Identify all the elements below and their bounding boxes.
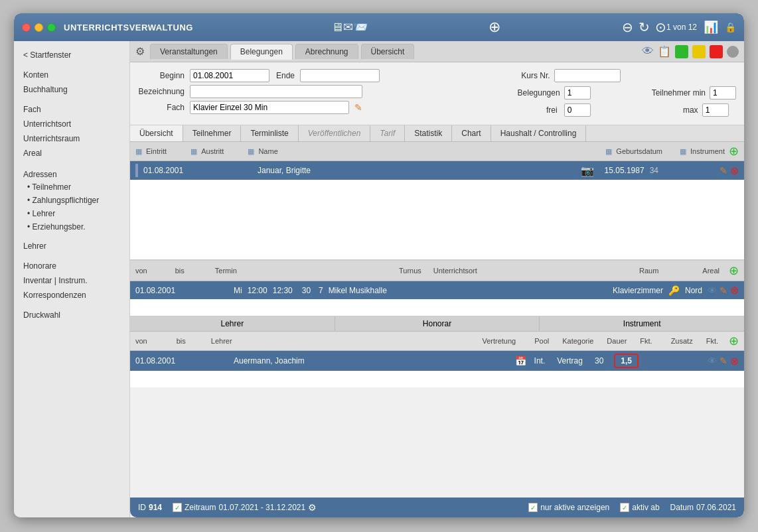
mail-icon[interactable]: ✉ [343,20,353,34]
minimize-button[interactable] [35,23,43,32]
sidebar-item-buchhaltung[interactable]: Buchhaltung [14,82,129,97]
tab-veranstaltungen[interactable]: Veranstaltungen [150,44,228,59]
th-termin: Termin [215,267,237,275]
add-appointment-button[interactable]: ⊕ [729,263,739,278]
sidebar-item-startfenster[interactable]: < Startfenster [14,48,129,62]
sub-tab-veroeffentlichen[interactable]: Veröffentlichen [299,125,371,141]
th-areal: Areal [702,267,720,275]
edit-participant-icon[interactable]: ✎ [720,165,727,176]
sidebar-item-unterrichtsraum[interactable]: Unterrichtsraum [14,131,129,146]
th-t-zusatz: Zusatz [671,337,693,345]
delete-appointment-icon[interactable]: ⊗ [730,284,739,297]
sub-tab-haushalt[interactable]: Haushalt / Controlling [491,125,587,141]
aktiv-ab-checkbox[interactable]: ✓ [620,503,629,512]
th-raum: Raum [639,267,658,275]
sub-tab-statistik[interactable]: Statistik [405,125,452,141]
ende-input[interactable] [300,69,380,82]
sidebar-item-zahlungspflichtiger[interactable]: • Zahlungspflichtiger [14,194,129,207]
nur-aktive-checkbox[interactable]: ✓ [528,503,538,512]
delete-participant-icon[interactable]: ⊗ [730,165,739,177]
teacher-actions: 👁 ✎ ⊗ [708,355,739,367]
kursnr-input[interactable] [554,69,621,82]
view-teacher-icon[interactable]: 👁 [708,356,717,366]
th-eintritt: Eintritt [146,147,167,155]
raum-icon: 🔑 [668,285,680,296]
delete-teacher-icon[interactable]: ⊗ [730,355,739,367]
th-t-pool: Pool [534,337,549,345]
sort-name-icon[interactable]: ▦ [248,147,254,156]
fach-edit-icon[interactable]: ✎ [354,102,362,113]
add-button[interactable]: ⊕ [489,19,500,36]
status-red [710,45,723,58]
teacher-empty [130,371,744,387]
fach-input[interactable] [190,101,349,114]
sub-tab-uebersicht[interactable]: Übersicht [130,125,183,141]
edit-teacher-icon[interactable]: ✎ [720,356,727,366]
view-appointment-icon[interactable]: 👁 [708,285,717,296]
sidebar-item-areal[interactable]: Areal [14,146,129,161]
main-content: ▦ Eintritt ▦ Austritt ▦ Name ▦ Geburtsda… [130,142,744,498]
note-icon[interactable]: 📋 [658,45,671,58]
close-button[interactable] [22,23,31,32]
statusbar-datum: Datum 07.06.2021 [670,503,736,512]
add-participant-button[interactable]: ⊕ [729,144,739,159]
maximize-button[interactable] [47,23,56,32]
beginn-input[interactable] [190,69,269,82]
traffic-lights [22,23,56,32]
sort-austritt-icon[interactable]: ▦ [190,147,197,156]
envelope-icon[interactable]: 📨 [353,20,368,34]
gear-icon[interactable]: ⚙ [135,45,145,58]
titlebar-right: 1 von 12 📊 🔒 [666,20,736,34]
sub-tab-teilnehmer[interactable]: Teilnehmer [183,125,242,141]
max-input[interactable] [702,103,729,117]
appt-raum: Klavierzimmer [613,286,663,295]
nav-back-icon[interactable]: ⊖ [622,19,633,35]
belegungen-input[interactable] [564,86,591,100]
zeitraum-label: Zeitraum [185,503,216,512]
nav-search-icon[interactable]: ⊙ [655,19,666,35]
statusbar-nur-aktive: ✓ nur aktive anzeigen [528,503,609,512]
add-teacher-button[interactable]: ⊕ [729,334,739,348]
tab-abrechnung[interactable]: Abrechnung [295,44,358,59]
teacher-col-honorar: Honorar [335,316,540,331]
sidebar-item-erziehungsber[interactable]: • Erziehungsber. [14,220,129,233]
bezeichnung-input[interactable] [190,85,362,98]
eye-icon[interactable]: 👁 [642,44,654,58]
sort-instrument-icon[interactable]: ▦ [680,147,686,156]
edit-appointment-icon[interactable]: ✎ [720,285,727,296]
vertretung-icon: 📅 [515,356,526,366]
sidebar-item-teilnehmer[interactable]: • Teilnehmer [14,180,129,194]
participant-age: 34 [650,166,658,175]
sub-tab-tarif[interactable]: Tarif [370,125,405,141]
sidebar-item-korrespondenzen[interactable]: Korrespondenzen [14,288,129,302]
teacher-sub-headers: von bis Lehrer Vertretung Pool Kategorie… [130,332,744,351]
teacher-name: Auermann, Joachim [234,356,313,366]
datum-value: 07.06.2021 [696,503,736,512]
sidebar-item-lehrer[interactable]: Lehrer [14,239,129,253]
teacher-fkt-value: 1,5 [621,356,632,366]
tab-uebersicht[interactable]: Übersicht [361,44,415,59]
sort-eintritt-icon[interactable]: ▦ [135,147,142,156]
sidebar-item-honorare[interactable]: Honorare [14,259,129,273]
sidebar-item-inventar[interactable]: Inventar | Instrum. [14,273,129,288]
zeitraum-gear-icon[interactable]: ⚙ [308,502,317,513]
nav-refresh-icon[interactable]: ↻ [639,19,650,35]
sub-tab-chart[interactable]: Chart [452,125,491,141]
teilnehmer-min-input[interactable] [710,86,736,100]
titlebar: UNTERRICHTSVERWALTUNG 🖥 ✉ 📨 ⊕ ⊖ ↻ ⊙ 1 vo… [14,13,744,41]
sidebar-item-druckwahl[interactable]: Druckwahl [14,308,129,322]
tab-belegungen[interactable]: Belegungen [230,44,293,60]
main-toolbar: ⚙ Veranstaltungen Belegungen Abrechnung … [130,41,744,62]
frei-input[interactable] [564,103,591,117]
max-label: max [652,105,698,115]
sub-tab-terminliste[interactable]: Terminliste [241,125,298,141]
sidebar-item-lehrer-addr[interactable]: • Lehrer [14,207,129,220]
sort-geburtsdatum-icon[interactable]: ▦ [605,147,612,156]
teacher-dauer: 30 [595,356,603,366]
appt-turnus: 30 [302,286,311,295]
zeitraum-checkbox[interactable]: ✓ [173,503,182,512]
th-austritt: Austritt [201,147,224,155]
sidebar-item-fach[interactable]: Fach [14,102,129,117]
sidebar-item-konten[interactable]: Konten [14,68,129,82]
sidebar-item-unterrichtsort[interactable]: Unterrichtsort [14,117,129,131]
